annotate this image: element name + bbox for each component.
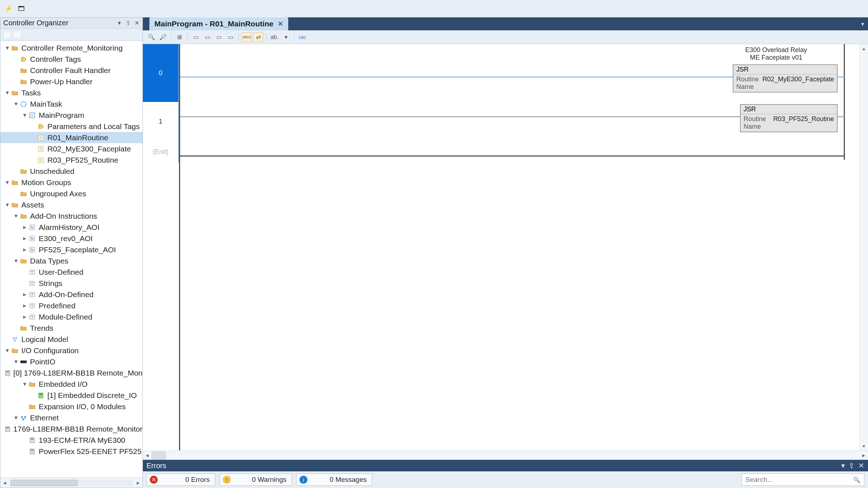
tree-item--0-1769-l18erm-bb1b-remote-mon[interactable]: [0] 1769-L18ERM-BB1B Remote_Mon <box>0 367 142 378</box>
tree-item-maintask[interactable]: ▾MainTask <box>0 98 142 110</box>
tree-item-mainprogram[interactable]: ▾MainProgram <box>0 110 142 121</box>
tree-item-r01-mainroutine[interactable]: R01_MainRoutine <box>0 132 142 143</box>
ladder-tool-7[interactable]: (ab) <box>297 33 307 42</box>
tree-item-embedded-i-o[interactable]: ▾Embedded I/O <box>0 378 142 390</box>
tree-item-add-on-instructions[interactable]: ▾Add-On Instructions <box>0 210 142 222</box>
scroll-right-icon[interactable]: ▸ <box>134 479 142 487</box>
tree-item-pointio[interactable]: ▾PointIO <box>0 356 142 367</box>
toolbar-icon-2[interactable]: 🗔 <box>17 4 26 13</box>
ladder-tool-6[interactable]: ab. <box>269 33 280 42</box>
ladder-horizontal-scroll[interactable]: ◂ ▸ <box>143 450 868 460</box>
jsr-block-0[interactable]: JSR Routine Name R02_MyE300_Faceplate <box>733 64 838 93</box>
ladder-vertical-scroll[interactable]: ▴ ▾ <box>859 44 868 450</box>
tree-item-user-defined[interactable]: User-Defined <box>0 266 142 278</box>
tree-twisty-icon[interactable]: ▾ <box>4 347 10 354</box>
ladder-tool-5[interactable]: ▭ <box>225 33 235 42</box>
scroll-up-icon[interactable]: ▴ <box>860 44 868 53</box>
tree-twisty-icon[interactable]: ▾ <box>13 212 19 220</box>
tree-item-motion-groups[interactable]: ▾Motion Groups <box>0 177 142 188</box>
tree-item-ethernet[interactable]: ▾Ethernet <box>0 412 142 423</box>
organizer-tree[interactable]: ▾Controller Remote_MonitoringController … <box>0 41 142 478</box>
tree-item-controller-tags[interactable]: Controller Tags <box>0 53 142 65</box>
ladder-editor[interactable]: 0 1 (End) E300 Overload Relay ME Facepla… <box>143 44 868 450</box>
scroll-left-icon[interactable]: ◂ <box>0 479 9 487</box>
tree-item-expansion-i-o-0-modules[interactable]: Expansion I/O, 0 Modules <box>0 401 142 412</box>
tree-item-i-o-configuration[interactable]: ▾I/O Configuration <box>0 345 142 356</box>
tree-twisty-icon[interactable]: ▸ <box>21 302 28 309</box>
tree-twisty-icon[interactable]: ▾ <box>13 100 19 108</box>
ladder-toggle-2[interactable]: ⇄ <box>253 33 263 42</box>
scroll-right-icon[interactable]: ▸ <box>859 451 868 460</box>
tree-twisty-icon[interactable]: ▾ <box>13 257 19 265</box>
ladder-dropdown-icon[interactable]: ▾ <box>281 33 291 42</box>
tree-item-data-types[interactable]: ▾Data Types <box>0 255 142 266</box>
rung-number-0[interactable]: 0 <box>143 44 179 102</box>
ladder-tool-2[interactable]: ▭ <box>191 33 201 42</box>
abcd-toggle[interactable]: abcd <box>242 33 252 42</box>
toolbar-icon-1[interactable]: ⚡ <box>4 4 13 13</box>
tree-item-trends[interactable]: Trends <box>0 322 142 334</box>
error-count-box[interactable]: ✕ 0 Errors <box>146 474 215 486</box>
ladder-tool-4[interactable]: ▭ <box>214 33 224 42</box>
zoom-in-icon[interactable]: 🔍 <box>146 33 157 42</box>
jsr-block-1[interactable]: JSR Routine Name R03_PF525_Routine <box>740 104 838 132</box>
tree-twisty-icon[interactable]: ▾ <box>4 201 10 209</box>
tree-item-predefined[interactable]: ▸Predefined <box>0 300 142 311</box>
panel-pin-icon[interactable]: ⇪ <box>125 20 131 26</box>
tree-item-module-defined[interactable]: ▸Module-Defined <box>0 311 142 322</box>
tab-overflow-icon[interactable]: ▾ <box>857 17 868 30</box>
zoom-out-icon[interactable]: 🔎 <box>158 33 168 42</box>
tree-item-pf525-faceplate-aoi[interactable]: ▸fxPF525_Faceplate_AOI <box>0 244 142 255</box>
search-input[interactable] <box>745 476 850 484</box>
ladder-tool-1[interactable]: ⊞ <box>174 33 184 42</box>
tree-item-controller-remote-monitoring[interactable]: ▾Controller Remote_Monitoring <box>0 42 142 53</box>
scroll-down-icon[interactable]: ▾ <box>860 442 868 450</box>
organizer-tool-1[interactable] <box>3 31 11 39</box>
tree-item-strings[interactable]: Strings <box>0 278 142 289</box>
tree-item-r02-mye300-faceplate[interactable]: R02_MyE300_Faceplate <box>0 143 142 154</box>
tree-twisty-icon[interactable]: ▸ <box>21 246 28 253</box>
panel-close-icon[interactable]: ✕ <box>134 20 140 26</box>
tree-item-1769-l18erm-bb1b-remote-monitor[interactable]: 1769-L18ERM-BB1B Remote_Monitor <box>0 423 142 435</box>
search-icon[interactable]: 🔍 <box>853 476 860 483</box>
tree-item-power-up-handler[interactable]: Power-Up Handler <box>0 76 142 87</box>
tree-item-assets[interactable]: ▾Assets <box>0 199 142 210</box>
tree-twisty-icon[interactable]: ▾ <box>4 179 10 186</box>
scroll-thumb[interactable] <box>152 451 166 460</box>
tree-twisty-icon[interactable]: ▸ <box>21 235 28 242</box>
errors-pin-icon[interactable]: ⇪ <box>848 461 855 470</box>
warning-count-box[interactable]: ! 0 Warnings <box>220 474 292 486</box>
tree-item-r03-pf525-routine[interactable]: R03_PF525_Routine <box>0 154 142 166</box>
panel-dropdown-icon[interactable]: ▾ <box>116 20 122 26</box>
tree-item-193-ecm-etr-a-mye300[interactable]: 193-ECM-ETR/A MyE300 <box>0 435 142 446</box>
tree-twisty-icon[interactable]: ▾ <box>21 111 28 119</box>
tree-item-tasks[interactable]: ▾Tasks <box>0 87 142 98</box>
tree-twisty-icon[interactable]: ▸ <box>21 223 28 231</box>
tree-item-powerflex-525-eenet-pf525[interactable]: PowerFlex 525-EENET PF525 <box>0 446 142 457</box>
tree-item-unscheduled[interactable]: Unscheduled <box>0 166 142 177</box>
tree-twisty-icon[interactable]: ▾ <box>21 380 28 388</box>
tree-item-alarmhistory-aoi[interactable]: ▸fxAlarmHistory_AOI <box>0 222 142 233</box>
organizer-tool-2[interactable] <box>13 31 21 39</box>
errors-search-box[interactable]: 🔍 <box>741 474 864 486</box>
tab-close-icon[interactable]: ✕ <box>278 20 283 28</box>
errors-close-icon[interactable]: ✕ <box>858 461 864 470</box>
errors-dropdown-icon[interactable]: ▾ <box>841 461 845 470</box>
rung-number-1[interactable]: 1 <box>143 102 179 141</box>
message-count-box[interactable]: i 0 Messages <box>296 474 372 486</box>
tree-item-logical-model[interactable]: Logical Model <box>0 334 142 345</box>
tree-twisty-icon[interactable]: ▸ <box>21 313 28 321</box>
tree-item-ungrouped-axes[interactable]: Ungrouped Axes <box>0 188 142 199</box>
tree-item-controller-fault-handler[interactable]: Controller Fault Handler <box>0 65 142 76</box>
tree-item-add-on-defined[interactable]: ▸Add-On-Defined <box>0 289 142 300</box>
tab-main-routine[interactable]: MainProgram - R01_MainRoutine ✕ <box>149 17 288 30</box>
tree-item-parameters-and-local-tags[interactable]: Parameters and Local Tags <box>0 121 142 132</box>
tree-item-e300-rev0-aoi[interactable]: ▸fxE300_rev0_AOI <box>0 233 142 244</box>
ladder-tool-3[interactable]: ▭ <box>202 33 212 42</box>
tree-twisty-icon[interactable]: ▾ <box>4 44 10 52</box>
tree-twisty-icon[interactable]: ▾ <box>13 358 19 365</box>
scroll-left-icon[interactable]: ◂ <box>143 451 152 460</box>
tree-twisty-icon[interactable]: ▸ <box>21 291 28 298</box>
tree-item--1-embedded-discrete-io[interactable]: [1] Embedded Discrete_IO <box>0 390 142 401</box>
tree-twisty-icon[interactable]: ▾ <box>13 414 19 421</box>
